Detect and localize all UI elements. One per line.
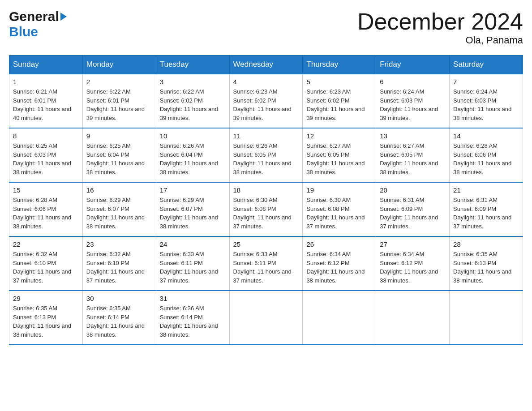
day-info: Sunrise: 6:25 AMSunset: 6:03 PMDaylight:… xyxy=(13,142,71,176)
calendar-week-row: 8 Sunrise: 6:25 AMSunset: 6:03 PMDayligh… xyxy=(9,128,523,182)
day-info: Sunrise: 6:36 AMSunset: 6:14 PMDaylight:… xyxy=(160,305,218,338)
day-number: 30 xyxy=(86,295,152,302)
table-row xyxy=(229,291,303,345)
day-info: Sunrise: 6:24 AMSunset: 6:03 PMDaylight:… xyxy=(453,88,511,121)
day-info: Sunrise: 6:35 AMSunset: 6:13 PMDaylight:… xyxy=(13,305,71,338)
day-number: 29 xyxy=(13,295,79,302)
day-info: Sunrise: 6:34 AMSunset: 6:12 PMDaylight:… xyxy=(306,251,365,284)
day-number: 11 xyxy=(233,132,299,140)
day-number: 1 xyxy=(13,78,79,86)
table-row xyxy=(376,291,450,345)
table-row: 19 Sunrise: 6:30 AMSunset: 6:08 PMDaylig… xyxy=(303,182,376,236)
table-row: 17 Sunrise: 6:29 AMSunset: 6:07 PMDaylig… xyxy=(156,182,229,236)
day-info: Sunrise: 6:28 AMSunset: 6:06 PMDaylight:… xyxy=(13,197,71,230)
day-number: 19 xyxy=(306,186,372,194)
table-row: 2 Sunrise: 6:22 AMSunset: 6:01 PMDayligh… xyxy=(82,74,156,128)
table-row: 14 Sunrise: 6:28 AMSunset: 6:06 PMDaylig… xyxy=(450,128,523,182)
day-info: Sunrise: 6:27 AMSunset: 6:05 PMDaylight:… xyxy=(380,142,438,176)
col-saturday: Saturday xyxy=(450,56,523,74)
day-info: Sunrise: 6:31 AMSunset: 6:09 PMDaylight:… xyxy=(453,197,511,230)
day-number: 31 xyxy=(160,295,226,302)
col-monday: Monday xyxy=(82,56,156,74)
header-title-block: December 2024 Ola, Panama xyxy=(357,9,523,46)
day-number: 24 xyxy=(160,240,226,248)
table-row: 11 Sunrise: 6:26 AMSunset: 6:05 PMDaylig… xyxy=(229,128,303,182)
table-row: 24 Sunrise: 6:33 AMSunset: 6:11 PMDaylig… xyxy=(156,236,229,291)
day-info: Sunrise: 6:32 AMSunset: 6:10 PMDaylight:… xyxy=(13,251,71,284)
day-number: 12 xyxy=(306,132,372,140)
day-info: Sunrise: 6:22 AMSunset: 6:01 PMDaylight:… xyxy=(86,88,145,121)
day-info: Sunrise: 6:23 AMSunset: 6:02 PMDaylight:… xyxy=(306,88,365,121)
day-info: Sunrise: 6:29 AMSunset: 6:07 PMDaylight:… xyxy=(86,197,145,230)
col-wednesday: Wednesday xyxy=(229,56,303,74)
table-row: 23 Sunrise: 6:32 AMSunset: 6:10 PMDaylig… xyxy=(82,236,156,291)
day-info: Sunrise: 6:29 AMSunset: 6:07 PMDaylight:… xyxy=(160,197,218,230)
day-info: Sunrise: 6:32 AMSunset: 6:10 PMDaylight:… xyxy=(86,251,145,284)
calendar-week-row: 22 Sunrise: 6:32 AMSunset: 6:10 PMDaylig… xyxy=(9,236,523,291)
day-number: 5 xyxy=(306,78,372,86)
day-number: 28 xyxy=(453,240,519,248)
day-info: Sunrise: 6:33 AMSunset: 6:11 PMDaylight:… xyxy=(160,251,218,284)
col-tuesday: Tuesday xyxy=(156,56,229,74)
day-number: 8 xyxy=(13,132,79,140)
col-thursday: Thursday xyxy=(303,56,376,74)
table-row: 28 Sunrise: 6:35 AMSunset: 6:13 PMDaylig… xyxy=(450,236,523,291)
table-row: 8 Sunrise: 6:25 AMSunset: 6:03 PMDayligh… xyxy=(9,128,83,182)
table-row: 1 Sunrise: 6:21 AMSunset: 6:01 PMDayligh… xyxy=(9,74,83,128)
day-number: 7 xyxy=(453,78,519,86)
day-info: Sunrise: 6:25 AMSunset: 6:04 PMDaylight:… xyxy=(86,142,145,176)
day-number: 15 xyxy=(13,186,79,194)
location-label: Ola, Panama xyxy=(357,34,523,46)
table-row: 31 Sunrise: 6:36 AMSunset: 6:14 PMDaylig… xyxy=(156,291,229,345)
day-number: 20 xyxy=(380,186,446,194)
day-info: Sunrise: 6:34 AMSunset: 6:12 PMDaylight:… xyxy=(380,251,438,284)
table-row: 27 Sunrise: 6:34 AMSunset: 6:12 PMDaylig… xyxy=(376,236,450,291)
day-number: 17 xyxy=(160,186,226,194)
calendar-week-row: 29 Sunrise: 6:35 AMSunset: 6:13 PMDaylig… xyxy=(9,291,523,345)
day-number: 16 xyxy=(86,186,152,194)
table-row: 10 Sunrise: 6:26 AMSunset: 6:04 PMDaylig… xyxy=(156,128,229,182)
logo-general-text: General xyxy=(9,9,59,24)
logo-blue-text: Blue xyxy=(9,24,38,39)
day-number: 13 xyxy=(380,132,446,140)
day-number: 10 xyxy=(160,132,226,140)
day-number: 6 xyxy=(380,78,446,86)
day-info: Sunrise: 6:27 AMSunset: 6:05 PMDaylight:… xyxy=(306,142,365,176)
calendar-header-row: Sunday Monday Tuesday Wednesday Thursday… xyxy=(9,56,523,74)
table-row: 18 Sunrise: 6:30 AMSunset: 6:08 PMDaylig… xyxy=(229,182,303,236)
day-number: 18 xyxy=(233,186,299,194)
table-row xyxy=(303,291,376,345)
table-row: 30 Sunrise: 6:35 AMSunset: 6:14 PMDaylig… xyxy=(82,291,156,345)
day-number: 21 xyxy=(453,186,519,194)
table-row: 16 Sunrise: 6:29 AMSunset: 6:07 PMDaylig… xyxy=(82,182,156,236)
table-row: 20 Sunrise: 6:31 AMSunset: 6:09 PMDaylig… xyxy=(376,182,450,236)
logo-triangle-icon xyxy=(60,13,67,21)
calendar-week-row: 1 Sunrise: 6:21 AMSunset: 6:01 PMDayligh… xyxy=(9,74,523,128)
table-row: 26 Sunrise: 6:34 AMSunset: 6:12 PMDaylig… xyxy=(303,236,376,291)
table-row: 3 Sunrise: 6:22 AMSunset: 6:02 PMDayligh… xyxy=(156,74,229,128)
day-info: Sunrise: 6:33 AMSunset: 6:11 PMDaylight:… xyxy=(233,251,292,284)
day-number: 23 xyxy=(86,240,152,248)
day-info: Sunrise: 6:22 AMSunset: 6:02 PMDaylight:… xyxy=(160,88,218,121)
table-row: 25 Sunrise: 6:33 AMSunset: 6:11 PMDaylig… xyxy=(229,236,303,291)
day-info: Sunrise: 6:21 AMSunset: 6:01 PMDaylight:… xyxy=(13,88,71,121)
table-row: 5 Sunrise: 6:23 AMSunset: 6:02 PMDayligh… xyxy=(303,74,376,128)
day-number: 27 xyxy=(380,240,446,248)
calendar-week-row: 15 Sunrise: 6:28 AMSunset: 6:06 PMDaylig… xyxy=(9,182,523,236)
table-row: 6 Sunrise: 6:24 AMSunset: 6:03 PMDayligh… xyxy=(376,74,450,128)
calendar-table: Sunday Monday Tuesday Wednesday Thursday… xyxy=(9,55,523,345)
day-number: 22 xyxy=(13,240,79,248)
logo: General Blue xyxy=(9,9,67,39)
day-number: 3 xyxy=(160,78,226,86)
table-row: 22 Sunrise: 6:32 AMSunset: 6:10 PMDaylig… xyxy=(9,236,83,291)
col-friday: Friday xyxy=(376,56,450,74)
page-header: General Blue December 2024 Ola, Panama xyxy=(9,9,523,46)
table-row: 13 Sunrise: 6:27 AMSunset: 6:05 PMDaylig… xyxy=(376,128,450,182)
day-number: 9 xyxy=(86,132,152,140)
table-row: 12 Sunrise: 6:27 AMSunset: 6:05 PMDaylig… xyxy=(303,128,376,182)
day-info: Sunrise: 6:31 AMSunset: 6:09 PMDaylight:… xyxy=(380,197,438,230)
day-number: 14 xyxy=(453,132,519,140)
day-info: Sunrise: 6:23 AMSunset: 6:02 PMDaylight:… xyxy=(233,88,292,121)
table-row: 4 Sunrise: 6:23 AMSunset: 6:02 PMDayligh… xyxy=(229,74,303,128)
table-row: 21 Sunrise: 6:31 AMSunset: 6:09 PMDaylig… xyxy=(450,182,523,236)
